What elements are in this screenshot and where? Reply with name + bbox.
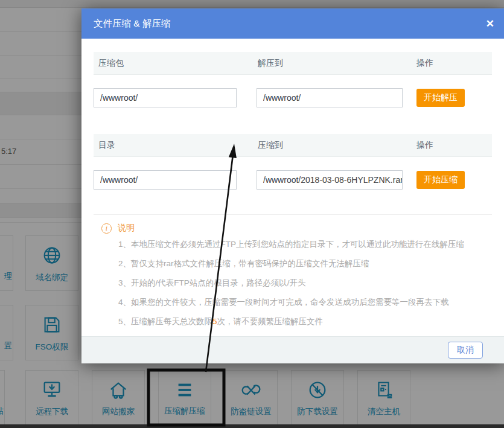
info-icon: i [101, 223, 112, 234]
column-label-directory: 目录 [94, 140, 252, 151]
modal-header: 文件压缩 & 解压缩 ✕ [81, 8, 504, 39]
column-label-compress-to: 压缩到 [252, 140, 413, 151]
notes-section: i 说明 1、本地压缩文件必须先通过FTP上传到您站点的指定目录下，才可以通过此… [94, 215, 492, 330]
archive-path-input[interactable] [94, 88, 237, 107]
app-background: { "page": { "clock_text": "5:17" }, "til… [0, 0, 504, 428]
compress-section-row: 开始压缩 [94, 170, 492, 190]
compression-modal: 文件压缩 & 解压缩 ✕ 压缩包 解压到 操作 开始解压 目录 压缩到 操作 开… [81, 8, 504, 363]
column-label-action: 操作 [413, 58, 492, 69]
close-icon[interactable]: ✕ [486, 19, 494, 29]
compress-to-input[interactable] [257, 170, 403, 190]
decompress-section-row: 开始解压 [94, 88, 492, 107]
modal-title: 文件压缩 & 解压缩 [94, 18, 170, 30]
start-decompress-button[interactable]: 开始解压 [416, 89, 465, 107]
notes-title: 说明 [118, 223, 135, 234]
cancel-button[interactable]: 取消 [448, 342, 483, 359]
decompress-section-header: 压缩包 解压到 操作 [94, 52, 492, 75]
column-label-archive: 压缩包 [94, 58, 252, 69]
extract-to-input[interactable] [257, 88, 403, 107]
column-label-action: 操作 [413, 140, 492, 151]
start-compress-button[interactable]: 开始压缩 [416, 171, 465, 189]
note-item: 3、开始的/代表FTP站点的根目录，路径必须以/开头 [94, 274, 492, 292]
directory-input[interactable] [94, 170, 237, 190]
compress-section-header: 目录 压缩到 操作 [94, 134, 492, 157]
note-item: 4、如果您的文件较大，压缩需要一段时间才可完成，命令发送成功后您需要等一段再去下… [94, 293, 492, 311]
limit-count: 5 [212, 317, 217, 326]
note-item: 1、本地压缩文件必须先通过FTP上传到您站点的指定目录下，才可以通过此功能进行在… [94, 235, 492, 253]
modal-footer: 取消 [81, 336, 504, 363]
note-item: 5、压缩解压每天总次数限5次，请不要频繁压缩解压文件 [94, 313, 492, 330]
note-item: 2、暂仅支持rar格式文件解压缩，带有密码保护的压缩文件无法解压缩 [94, 255, 492, 272]
modal-body: 压缩包 解压到 操作 开始解压 目录 压缩到 操作 开始压缩 i 说明 [81, 52, 504, 330]
column-label-extract-to: 解压到 [252, 58, 413, 69]
